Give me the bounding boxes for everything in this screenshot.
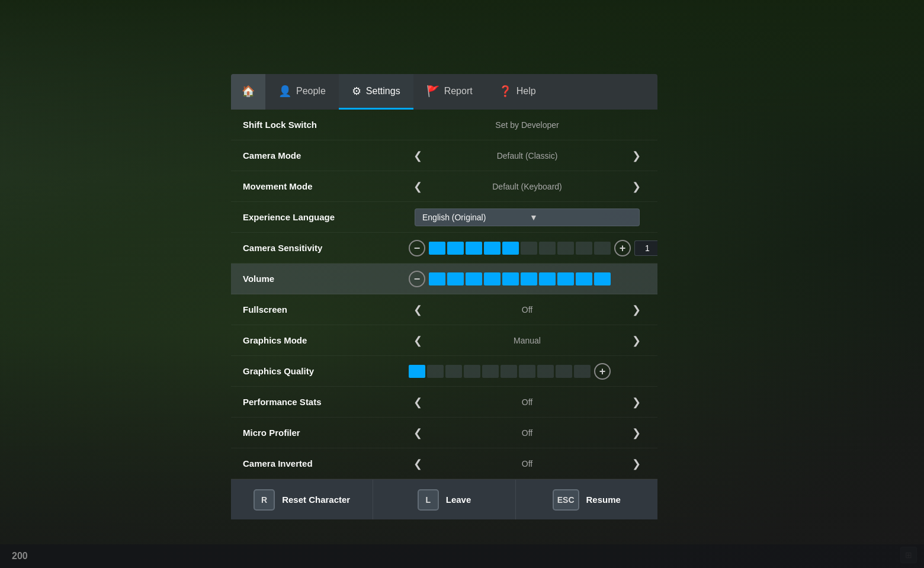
setting-micro-profiler: Micro Profiler ❮ Off ❯ (231, 418, 657, 448)
vol-block-8 (557, 272, 574, 285)
slider-block-2 (447, 242, 464, 255)
fullscreen-prev[interactable]: ❮ (409, 301, 427, 319)
slider-block-7 (539, 242, 556, 255)
graphics-mode-value: Manual (432, 336, 623, 345)
slider-block-3 (466, 242, 482, 255)
slider-block-10 (594, 242, 611, 255)
gfx-block-4 (464, 365, 480, 378)
slider-block-6 (521, 242, 537, 255)
gfx-block-7 (519, 365, 535, 378)
fullscreen-next[interactable]: ❯ (627, 301, 646, 319)
leave-key-badge: L (418, 489, 439, 511)
performance-stats-prev[interactable]: ❮ (409, 393, 427, 411)
camera-mode-prev[interactable]: ❮ (409, 147, 427, 165)
gfx-block-10 (574, 365, 591, 378)
tab-report[interactable]: 🚩 Report (413, 74, 486, 110)
performance-stats-label: Performance Stats (243, 397, 409, 407)
setting-graphics-quality: Graphics Quality + (231, 356, 657, 387)
vol-block-1 (429, 272, 445, 285)
movement-mode-next[interactable]: ❯ (627, 178, 646, 195)
leave-button[interactable]: L Leave (373, 480, 515, 519)
graphics-mode-control: ❮ Manual ❯ (409, 332, 646, 349)
shift-lock-control: Set by Developer (409, 120, 646, 130)
slider-block-5 (502, 242, 519, 255)
graphics-mode-label: Graphics Mode (243, 335, 409, 345)
micro-profiler-next[interactable]: ❯ (627, 424, 646, 442)
gfx-block-2 (427, 365, 444, 378)
movement-mode-control: ❮ Default (Keyboard) ❯ (409, 178, 646, 195)
volume-control: − (409, 271, 646, 287)
camera-mode-control: ❮ Default (Classic) ❯ (409, 147, 646, 165)
vol-block-9 (576, 272, 592, 285)
volume-label: Volume (243, 274, 409, 284)
vol-block-5 (502, 272, 519, 285)
settings-icon: ⚙ (352, 85, 361, 98)
camera-inverted-prev[interactable]: ❮ (409, 455, 427, 473)
reset-key-badge: R (254, 489, 275, 511)
camera-mode-label: Camera Mode (243, 150, 409, 161)
camera-mode-next[interactable]: ❯ (627, 147, 646, 165)
bottom-buttons: R Reset Character L Leave ESC Resume (231, 479, 657, 519)
camera-sensitivity-plus[interactable]: + (614, 240, 631, 256)
tab-people-label: People (296, 86, 326, 97)
tab-home[interactable]: 🏠 (231, 74, 265, 110)
shift-lock-label: Shift Lock Switch (243, 120, 409, 130)
help-icon: ❓ (499, 85, 512, 98)
movement-mode-prev[interactable]: ❮ (409, 178, 427, 195)
gfx-blocks (409, 365, 591, 378)
tab-help-label: Help (516, 86, 536, 97)
reset-character-label: Reset Character (282, 495, 350, 505)
gfx-block-5 (482, 365, 499, 378)
micro-profiler-prev[interactable]: ❮ (409, 424, 427, 442)
movement-mode-label: Movement Mode (243, 181, 409, 191)
tab-settings[interactable]: ⚙ Settings (339, 74, 413, 110)
slider-block-9 (576, 242, 592, 255)
shift-lock-value: Set by Developer (409, 120, 646, 130)
camera-sensitivity-slider: − + (409, 240, 657, 256)
setting-camera-sensitivity: Camera Sensitivity − (231, 233, 657, 264)
camera-sensitivity-input[interactable] (634, 240, 657, 256)
vol-block-7 (539, 272, 556, 285)
gfx-block-9 (556, 365, 572, 378)
setting-movement-mode: Movement Mode ❮ Default (Keyboard) ❯ (231, 171, 657, 202)
graphics-mode-prev[interactable]: ❮ (409, 332, 427, 349)
performance-stats-next[interactable]: ❯ (627, 393, 646, 411)
camera-sensitivity-label: Camera Sensitivity (243, 243, 409, 253)
experience-language-dropdown[interactable]: English (Original) ▼ (415, 208, 640, 226)
camera-inverted-label: Camera Inverted (243, 458, 409, 468)
camera-inverted-next[interactable]: ❯ (627, 455, 646, 473)
resume-button[interactable]: ESC Resume (516, 480, 657, 519)
vol-block-10 (594, 272, 611, 285)
camera-sensitivity-minus[interactable]: − (409, 240, 425, 256)
volume-minus[interactable]: − (409, 271, 425, 287)
performance-stats-value: Off (432, 397, 623, 407)
setting-shift-lock: Shift Lock Switch Set by Developer (231, 110, 657, 140)
slider-block-4 (484, 242, 500, 255)
reset-character-button[interactable]: R Reset Character (231, 480, 373, 519)
gfx-block-3 (445, 365, 462, 378)
leave-label: Leave (446, 495, 471, 505)
gfx-block-6 (500, 365, 517, 378)
resume-key-badge: ESC (553, 489, 579, 511)
movement-mode-value: Default (Keyboard) (432, 182, 623, 191)
setting-fullscreen: Fullscreen ❮ Off ❯ (231, 294, 657, 325)
performance-stats-control: ❮ Off ❯ (409, 393, 646, 411)
fullscreen-label: Fullscreen (243, 304, 409, 315)
tab-people[interactable]: 👤 People (265, 74, 339, 110)
status-number: 200 (12, 551, 28, 561)
experience-language-value: English (Original) (422, 213, 525, 222)
slider-block-8 (557, 242, 574, 255)
dropdown-arrow-icon: ▼ (530, 213, 632, 222)
tab-help[interactable]: ❓ Help (486, 74, 549, 110)
experience-language-label: Experience Language (243, 212, 409, 222)
setting-experience-language: Experience Language English (Original) ▼ (231, 202, 657, 233)
camera-inverted-control: ❮ Off ❯ (409, 455, 646, 473)
micro-profiler-value: Off (432, 428, 623, 438)
fullscreen-value: Off (432, 305, 623, 315)
setting-volume: Volume − (231, 264, 657, 294)
vol-block-4 (484, 272, 500, 285)
camera-mode-value: Default (Classic) (432, 151, 623, 161)
home-icon: 🏠 (242, 85, 255, 98)
graphics-mode-next[interactable]: ❯ (627, 332, 646, 349)
graphics-quality-plus[interactable]: + (594, 363, 611, 380)
